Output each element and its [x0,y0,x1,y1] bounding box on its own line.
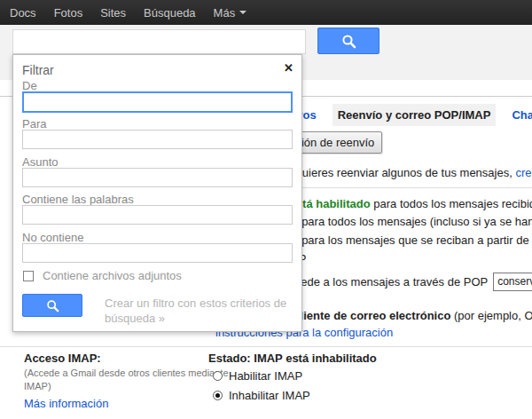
gmail-settings-page: Docs Fotos Sites Búsqueda Más Filtros Re… [0,0,532,419]
topbar-item-mas[interactable]: Más [214,6,247,20]
from-label: De [22,79,37,92]
search-icon [341,34,356,49]
topbar-item-docs[interactable]: Docs [10,6,36,20]
create-filter-tip-link[interactable]: crea un filtro [515,166,532,179]
filter-search-button[interactable] [22,294,82,317]
doesnt-have-label: No contiene [22,231,83,244]
subject-label: Asunto [22,155,58,169]
tab-reenvio-pop-imap[interactable]: Reenvío y correo POP/IMAP [332,104,497,126]
pop-configure-examples: (por ejemplo, Outlook, Eudora, Netscape … [450,309,532,322]
imap-enable-radio[interactable] [213,371,223,381]
imap-disable-label: Inhabilitar IMAP [229,389,310,402]
topbar-item-fotos[interactable]: Fotos [54,6,83,20]
imap-status: Estado: IMAP está inhabilitado [208,352,377,365]
has-words-field[interactable] [22,205,293,225]
imap-disable-row: Inhabilitar IMAP [213,389,310,402]
has-words-label: Contiene las palabras [22,193,134,206]
pop-status-suffix: para todos los mensajes recibidos desde [371,197,532,210]
has-attachment-row: Contiene archivos adjuntos [23,269,182,282]
subject-field[interactable] [22,168,293,187]
imap-more-info-link[interactable]: Más información [24,397,108,410]
topbar-item-busqueda[interactable]: Búsqueda [144,6,196,20]
settings-tabs: Filtros Reenvío y correo POP/IMAP Chat C… [276,104,532,126]
filter-dialog: Filtrar ✕ De Para Asunto Contiene las pa… [12,54,302,332]
doesnt-have-field[interactable] [22,243,293,263]
from-field[interactable] [22,91,293,113]
close-icon[interactable]: ✕ [284,61,293,75]
imap-enable-label: Habilitar IMAP [229,369,302,383]
to-field[interactable] [22,130,293,149]
imap-disable-radio[interactable] [213,391,223,400]
pop-access-select[interactable]: conservar la copia de Gmail en Recibidos [493,273,532,291]
has-attachment-checkbox[interactable] [23,271,34,281]
search-button[interactable] [317,28,379,54]
topbar-item-sites[interactable]: Sites [100,6,126,20]
to-label: Para [22,117,46,130]
create-filter-link[interactable]: Crear un filtro con estos criterios de b… [105,296,300,326]
filter-dialog-title: Filtrar [22,63,54,77]
imap-section-title: Acceso IMAP: [24,352,101,365]
imap-section-description: (Accede a Gmail desde otros clientes med… [24,367,231,393]
tab-chat[interactable]: Chat [506,104,532,126]
search-icon [46,299,59,312]
search-input[interactable] [12,29,306,54]
section-divider-imap [0,346,532,347]
has-attachment-label: Contiene archivos adjuntos [43,269,182,282]
google-topbar: Docs Fotos Sites Búsqueda Más [0,0,532,25]
imap-enable-row: Habilitar IMAP [213,369,302,383]
chevron-down-icon [239,11,246,14]
